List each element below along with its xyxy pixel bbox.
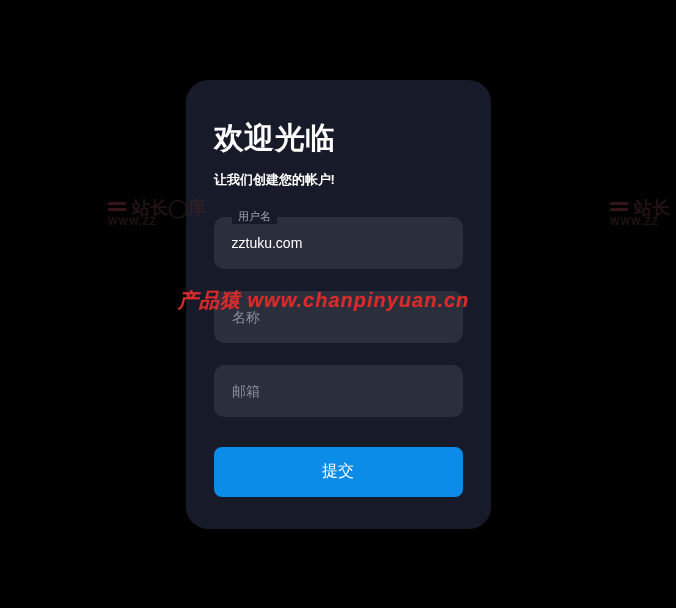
signup-card: 欢迎光临 让我们创建您的帐户! 用户名 提交 [186, 80, 491, 529]
card-title: 欢迎光临 [214, 118, 463, 159]
submit-button[interactable]: 提交 [214, 447, 463, 497]
username-field-wrapper: 用户名 [214, 217, 463, 269]
watermark-left-url: WWW.ZZ [108, 216, 157, 227]
email-field-wrapper [214, 365, 463, 417]
name-input[interactable] [214, 291, 463, 343]
card-subtitle: 让我们创建您的帐户! [214, 171, 463, 189]
username-input[interactable] [214, 217, 463, 269]
watermark-right-url: WWW.ZZ [610, 216, 659, 227]
email-input[interactable] [214, 365, 463, 417]
watermark-right: 站长 [610, 196, 670, 220]
name-field-wrapper [214, 291, 463, 343]
username-label: 用户名 [232, 209, 277, 224]
